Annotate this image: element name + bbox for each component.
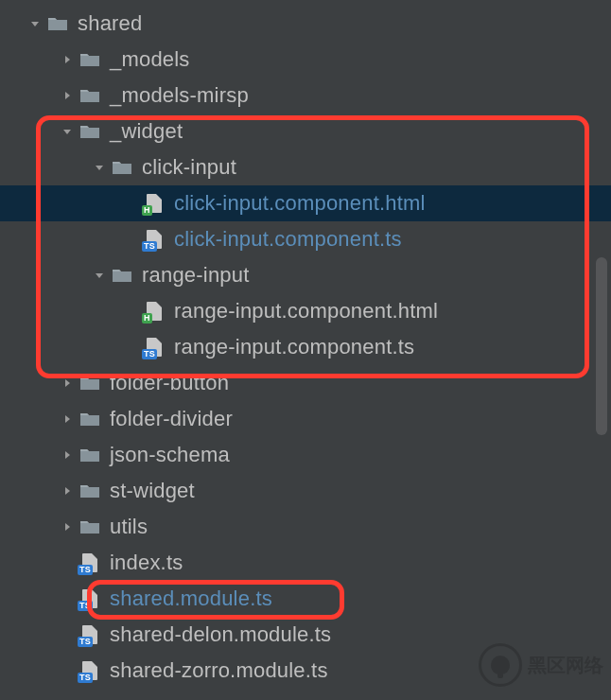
chevron-right-icon[interactable]: [59, 482, 76, 499]
tree-file[interactable]: Hclick-input.component.html: [0, 185, 611, 221]
chevron-right-icon[interactable]: [59, 518, 76, 535]
tree-item-label: range-input.component.html: [174, 299, 438, 324]
tree-file[interactable]: TSshared-zorro.module.ts: [0, 653, 611, 689]
project-tree: shared_models_models-mirsp_widgetclick-i…: [0, 0, 611, 689]
folder-icon: [112, 159, 132, 176]
typescript-file-icon: TS: [79, 660, 100, 681]
chevron-right-icon[interactable]: [59, 375, 76, 392]
chevron-right-icon[interactable]: [59, 51, 76, 68]
tree-item-label: _models: [110, 47, 190, 72]
tree-file[interactable]: Hrange-input.component.html: [0, 293, 611, 329]
chevron-down-icon[interactable]: [26, 15, 44, 32]
tree-folder[interactable]: _models-mirsp: [0, 78, 611, 114]
chevron-down-icon[interactable]: [59, 123, 76, 140]
tree-item-label: click-input.component.html: [174, 191, 426, 216]
arrow-spacer: [59, 554, 76, 571]
typescript-file-icon: TS: [79, 588, 100, 609]
tree-folder[interactable]: st-widget: [0, 473, 611, 509]
tree-file[interactable]: TSindex.ts: [0, 545, 611, 581]
tree-file[interactable]: TSclick-input.component.ts: [0, 221, 611, 257]
tree-folder[interactable]: shared: [0, 6, 611, 42]
tree-item-label: _widget: [110, 119, 183, 144]
tree-item-label: shared-zorro.module.ts: [110, 658, 328, 683]
folder-icon: [79, 123, 100, 140]
tree-item-label: json-schema: [110, 443, 230, 467]
folder-icon: [112, 267, 132, 284]
tree-item-label: folder-button: [110, 371, 229, 395]
tree-file[interactable]: TSshared.module.ts: [0, 581, 611, 617]
tree-item-label: range-input: [142, 263, 250, 288]
chevron-right-icon[interactable]: [59, 446, 76, 464]
tree-item-label: utils: [110, 515, 148, 539]
tree-folder[interactable]: folder-divider: [0, 401, 611, 437]
tree-item-label: click-input.component.ts: [174, 227, 402, 252]
arrow-spacer: [123, 231, 140, 248]
tree-file[interactable]: TSshared-delon.module.ts: [0, 617, 611, 653]
arrow-spacer: [59, 626, 76, 643]
folder-icon: [79, 51, 100, 68]
chevron-down-icon[interactable]: [91, 267, 108, 284]
typescript-file-icon: TS: [79, 624, 100, 645]
folder-icon: [79, 411, 100, 428]
tree-folder[interactable]: click-input: [0, 149, 611, 185]
tree-folder[interactable]: range-input: [0, 257, 611, 293]
arrow-spacer: [123, 303, 140, 320]
html-file-icon: H: [144, 193, 165, 214]
tree-item-label: shared-delon.module.ts: [110, 622, 331, 647]
arrow-spacer: [59, 662, 76, 679]
arrow-spacer: [59, 590, 76, 607]
chevron-right-icon[interactable]: [59, 87, 76, 104]
arrow-spacer: [123, 339, 140, 356]
folder-icon: [79, 375, 100, 392]
folder-icon: [79, 518, 100, 535]
chevron-right-icon[interactable]: [59, 411, 76, 428]
tree-folder[interactable]: utils: [0, 509, 611, 545]
folder-icon: [79, 482, 100, 499]
tree-item-label: click-input: [142, 155, 236, 180]
tree-item-label: st-widget: [110, 479, 195, 503]
arrow-spacer: [123, 195, 140, 212]
tree-folder[interactable]: json-schema: [0, 437, 611, 473]
tree-item-label: shared.module.ts: [110, 586, 272, 611]
folder-icon: [47, 15, 68, 32]
folder-icon: [79, 446, 100, 464]
tree-item-label: index.ts: [110, 551, 183, 575]
tree-item-label: folder-divider: [110, 407, 233, 431]
typescript-file-icon: TS: [79, 552, 100, 573]
folder-icon: [79, 87, 100, 104]
tree-file[interactable]: TSrange-input.component.ts: [0, 329, 611, 365]
typescript-file-icon: TS: [144, 337, 165, 358]
tree-folder[interactable]: _widget: [0, 114, 611, 149]
typescript-file-icon: TS: [144, 229, 165, 250]
tree-folder[interactable]: folder-button: [0, 365, 611, 401]
chevron-down-icon[interactable]: [91, 159, 108, 176]
tree-item-label: range-input.component.ts: [174, 335, 414, 359]
tree-folder[interactable]: _models: [0, 42, 611, 78]
tree-item-label: _models-mirsp: [110, 83, 249, 108]
tree-item-label: shared: [78, 11, 142, 36]
html-file-icon: H: [144, 301, 165, 322]
scrollbar-thumb[interactable]: [596, 257, 607, 435]
